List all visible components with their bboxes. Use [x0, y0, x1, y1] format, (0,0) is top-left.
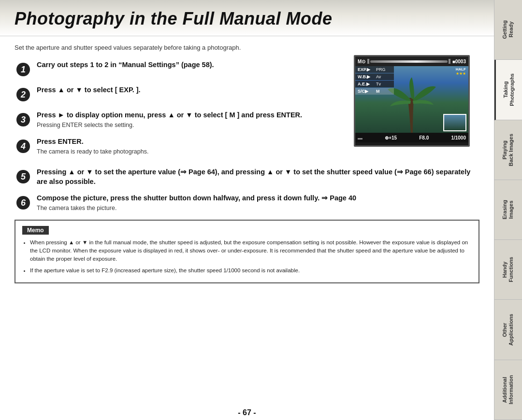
step-4: 4 Press ENTER. The camera is ready to ta… [14, 137, 344, 156]
menu-wb-value: Av [376, 74, 381, 79]
page-number: - 67 - [0, 405, 494, 420]
svg-text:3: 3 [21, 115, 26, 125]
sidebar-tab-erasing-label: ErasingImages [502, 200, 514, 219]
menu-ae-value: Tv [376, 82, 381, 86]
sidebar-tab-handy[interactable]: HandyFunctions [494, 240, 522, 300]
step-3: 3 Press ► to display option menu, press … [14, 110, 344, 130]
main-content: Photography in the Full Manual Mode Set … [0, 0, 494, 420]
menu-exp-label: EXP.▶ [358, 67, 376, 72]
step-6-text: Compose the picture, press the shutter b… [37, 193, 479, 213]
sidebar-tab-getting-ready[interactable]: GettingReady [494, 0, 522, 60]
memo-title: Memo [22, 226, 49, 235]
memo-list: When pressing ▲ or ▼ in the full manual … [22, 238, 472, 275]
steps-and-image: 1 Carry out steps 1 to 2 in “Manual Sett… [14, 60, 479, 163]
cam-counter: ■0003 [452, 59, 466, 64]
page-title: Photography in the Full Manual Mode [14, 9, 479, 29]
step-5-text: Pressing ▲ or ▼ to set the aperture valu… [37, 167, 479, 187]
sidebar-tab-getting-ready-label: GettingReady [502, 20, 514, 39]
title-bar: Photography in the Full Manual Mode [0, 0, 494, 36]
svg-text:2: 2 [20, 90, 26, 99]
step-6-icon: 6 [14, 194, 32, 211]
cam-battery-icon: ▬ [358, 135, 362, 140]
star-row: ★★★ [456, 71, 466, 76]
cam-ev: ⊕+15 [385, 135, 397, 140]
menu-exp-value: PRG [376, 67, 386, 72]
menu-overlay: EXP.▶ PRG W.B.▶ Av A.E.▶ Tv [355, 66, 394, 95]
intro-text: Set the aperture and shutter speed value… [14, 44, 479, 51]
step-3-text: Press ► to display option menu, press ▲ … [37, 110, 344, 130]
step-5-icon: 5 [14, 168, 32, 185]
step-2: 2 Press ▲ or ▼ to select [ EXP. ]. [14, 85, 344, 103]
menu-sc-value: M [376, 89, 380, 94]
step-4-text: Press ENTER. The camera is ready to take… [37, 137, 344, 156]
step-2-icon: 2 [14, 86, 32, 103]
menu-sc-label: S/C▶ [358, 89, 376, 94]
sidebar-tab-taking-photos-label: TakingPhotographs [503, 73, 515, 106]
memo-content: When pressing ▲ or ▼ in the full manual … [22, 238, 472, 275]
step-4-icon: 4 [14, 138, 32, 155]
step-2-text: Press ▲ or ▼ to select [ EXP. ]. [37, 85, 344, 95]
memo-item-1: When pressing ▲ or ▼ in the full manual … [30, 238, 472, 264]
sidebar: GettingReady TakingPhotographs PlayingBa… [494, 0, 522, 420]
sidebar-tab-other[interactable]: OtherApplications [494, 300, 522, 360]
half-label: HALF [456, 67, 466, 71]
svg-text:6: 6 [21, 198, 26, 208]
svg-text:1: 1 [21, 65, 26, 74]
memo-box: Memo When pressing ▲ or ▼ in the full ma… [14, 220, 479, 283]
step-3-icon: 3 [14, 111, 32, 128]
step-1: 1 Carry out steps 1 to 2 in “Manual Sett… [14, 60, 344, 78]
cam-shutter: 1/1000 [451, 135, 466, 140]
step-5: 5 Pressing ▲ or ▼ to set the aperture va… [14, 167, 479, 187]
image-column: M⊙ ■0003 [354, 55, 479, 163]
step-6: 6 Compose the picture, press the shutter… [14, 193, 479, 213]
steps-column: 1 Carry out steps 1 to 2 in “Manual Sett… [14, 60, 344, 163]
sidebar-tab-erasing[interactable]: ErasingImages [494, 180, 522, 240]
step-1-icon: 1 [14, 61, 32, 78]
cam-mode: M⊙ [358, 59, 365, 64]
sidebar-tab-playing-back[interactable]: PlayingBack Images [494, 120, 522, 180]
camera-screen: M⊙ ■0003 [354, 55, 470, 147]
sidebar-tab-additional[interactable]: AdditionalInformation [494, 360, 522, 420]
sidebar-tab-handy-label: HandyFunctions [502, 257, 514, 282]
svg-text:4: 4 [20, 141, 26, 151]
svg-text:5: 5 [21, 172, 26, 182]
content-area: Set the aperture and shutter speed value… [0, 36, 494, 405]
step-1-text: Carry out steps 1 to 2 in “Manual Settin… [37, 60, 344, 70]
menu-ae-label: A.E.▶ [358, 82, 376, 86]
sidebar-tab-additional-label: AdditionalInformation [502, 375, 514, 405]
sidebar-tab-taking-photos[interactable]: TakingPhotographs [494, 60, 522, 120]
sidebar-tab-other-label: OtherApplications [502, 314, 514, 346]
menu-wb-label: W.B.▶ [358, 74, 376, 79]
memo-item-2: If the aperture value is set to F2.9 (in… [30, 266, 472, 275]
sidebar-tab-playing-back-label: PlayingBack Images [502, 134, 514, 166]
cam-aperture: F8.0 [419, 135, 429, 140]
